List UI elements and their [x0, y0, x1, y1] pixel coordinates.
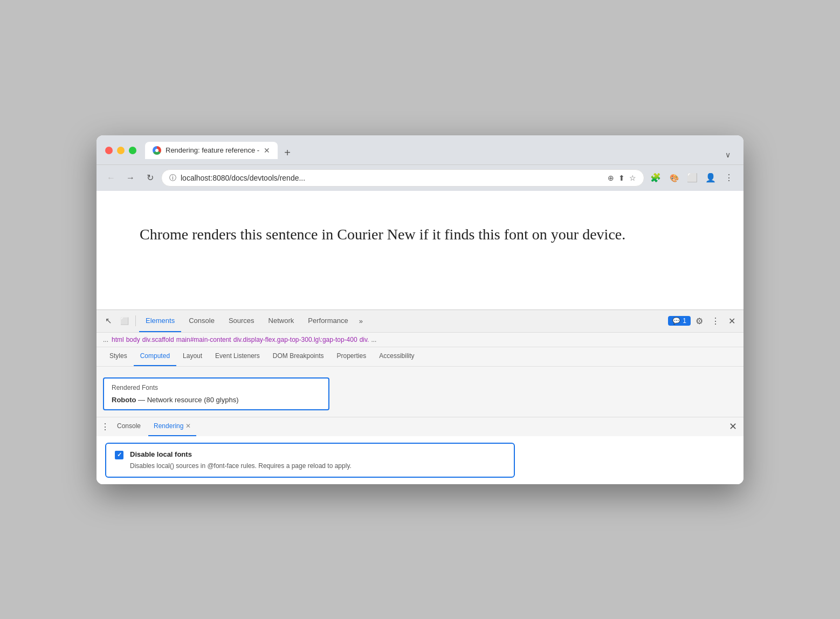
tab-layout[interactable]: Layout	[176, 347, 209, 366]
breadcrumb-div-scaffold[interactable]: div.scaffold	[142, 336, 174, 343]
extensions-icon: 🧩	[650, 173, 661, 183]
more-tabs-button[interactable]: »	[356, 317, 366, 325]
tab-bar: Rendering: feature reference - ✕ + ∨	[145, 142, 735, 159]
info-icon: ⓘ	[169, 173, 176, 183]
tab-accessibility[interactable]: Accessibility	[373, 347, 421, 366]
tab-sources[interactable]: Sources	[222, 310, 261, 332]
rendered-font-name: Roboto	[112, 396, 136, 404]
browser-menu-icon: ⋮	[725, 173, 733, 183]
tab-network[interactable]: Network	[262, 310, 301, 332]
more-tabs-icon: »	[359, 317, 363, 325]
tab-close-button[interactable]: ✕	[264, 146, 270, 155]
settings-icon: ⚙	[696, 316, 703, 326]
breadcrumb-overflow[interactable]: ...	[103, 336, 108, 343]
new-tab-button[interactable]: +	[280, 147, 295, 159]
breadcrumb-html[interactable]: html	[112, 336, 124, 343]
star-icon: ☆	[629, 174, 636, 182]
disable-local-fonts-checkbox[interactable]: ✓	[115, 451, 123, 459]
tab-performance-label: Performance	[308, 317, 348, 325]
notification-badge[interactable]: 💬 1	[668, 316, 691, 326]
tab-list-chevron-icon[interactable]: ∨	[721, 150, 735, 159]
breadcrumb-bar: ... html body div.scaffold main#main-con…	[97, 333, 743, 347]
disable-fonts-section: ✓ Disable local fonts Disables local() s…	[97, 436, 743, 484]
page-content: Chrome renders this sentence in Courier …	[97, 191, 743, 310]
active-tab[interactable]: Rendering: feature reference - ✕	[145, 142, 278, 159]
maximize-traffic-light[interactable]	[129, 147, 136, 154]
computed-panel-content: Rendered Fonts Roboto — Network resource…	[97, 367, 743, 417]
split-view-button[interactable]: ⬜	[684, 170, 700, 186]
extensions-button[interactable]: 🧩	[648, 170, 664, 186]
reload-button[interactable]: ↻	[142, 170, 158, 186]
split-view-icon: ⬜	[687, 173, 698, 183]
account-icon: 👤	[705, 173, 716, 183]
back-icon: ←	[107, 173, 115, 183]
bottom-menu-icon[interactable]: ⋮	[101, 422, 109, 432]
minimize-traffic-light[interactable]	[117, 147, 125, 154]
tab-elements[interactable]: Elements	[139, 310, 181, 332]
tab-styles[interactable]: Styles	[103, 347, 134, 366]
notification-count: 1	[683, 317, 686, 325]
devtools-menu-icon: ⋮	[711, 316, 720, 326]
tab-performance[interactable]: Performance	[301, 310, 354, 332]
devtools-panel: ↖ ⬜ Elements Console Sources Network Per…	[97, 310, 743, 484]
tab-console[interactable]: Console	[182, 310, 221, 332]
rendered-fonts-section: Rendered Fonts Roboto — Network resource…	[103, 377, 329, 410]
page-text: Chrome renders this sentence in Courier …	[140, 223, 700, 246]
disable-fonts-text: Disable local fonts Disables local() sou…	[130, 450, 505, 470]
address-bar[interactable]: ⓘ localhost:8080/docs/devtools/rende... …	[161, 169, 644, 187]
breadcrumb-main[interactable]: main#main-content	[176, 336, 231, 343]
zoom-icon: ⊕	[608, 174, 614, 182]
bottom-rendering-close[interactable]: ✕	[185, 422, 191, 430]
browser-window: Rendering: feature reference - ✕ + ∨ ← →…	[97, 135, 743, 484]
title-bar: Rendering: feature reference - ✕ + ∨	[97, 135, 743, 164]
tab-title: Rendering: feature reference -	[166, 146, 259, 154]
address-text: localhost:8080/docs/devtools/rende...	[181, 174, 603, 182]
forward-button[interactable]: →	[122, 170, 139, 186]
devtools-settings-button[interactable]: ⚙	[692, 313, 707, 328]
nav-bar: ← → ↻ ⓘ localhost:8080/docs/devtools/ren…	[97, 164, 743, 191]
close-traffic-light[interactable]	[105, 147, 113, 154]
notification-icon: 💬	[672, 317, 680, 325]
bottom-console-label: Console	[117, 422, 141, 430]
rendered-font-entry: Roboto — Network resource (80 glyphs)	[112, 396, 321, 404]
devtools-toolbar: ↖ ⬜ Elements Console Sources Network Per…	[97, 310, 743, 333]
breadcrumb-div-flex[interactable]: div.display-flex.gap-top-300.lg\:gap-top…	[233, 336, 357, 343]
back-button[interactable]: ←	[103, 170, 119, 186]
breadcrumb-body[interactable]: body	[126, 336, 140, 343]
account-button[interactable]: 👤	[703, 170, 719, 186]
bottom-close-button[interactable]: ✕	[726, 420, 739, 433]
tab-computed[interactable]: Computed	[134, 347, 176, 366]
inspect-element-button[interactable]: ↖	[101, 313, 116, 328]
rendered-fonts-title: Rendered Fonts	[112, 384, 321, 391]
breadcrumb-div-last[interactable]: div.	[360, 336, 369, 343]
inspect-icon: ↖	[105, 316, 112, 326]
breadcrumb-more[interactable]: ...	[371, 336, 376, 343]
tab-sources-label: Sources	[229, 317, 254, 325]
disable-fonts-description: Disables local() sources in @font-face r…	[130, 462, 352, 470]
chrome-logo-icon	[153, 146, 161, 155]
toolbar-divider	[135, 315, 136, 326]
paint-button[interactable]: 🎨	[666, 170, 682, 186]
bottom-bar: ⋮ Console Rendering ✕ ✕	[97, 417, 743, 436]
browser-menu-button[interactable]: ⋮	[721, 170, 737, 186]
reload-icon: ↻	[147, 173, 154, 183]
tab-network-label: Network	[268, 317, 294, 325]
nav-icons: 🧩 🎨 ⬜ 👤 ⋮	[648, 170, 737, 186]
close-icon: ✕	[728, 316, 735, 326]
bottom-tab-rendering[interactable]: Rendering ✕	[148, 417, 196, 436]
bottom-tab-console[interactable]: Console	[112, 417, 146, 436]
devtools-menu-button[interactable]: ⋮	[708, 313, 723, 328]
bottom-rendering-label: Rendering	[154, 422, 183, 430]
bottom-close-icon: ✕	[729, 421, 737, 432]
device-mode-button[interactable]: ⬜	[117, 313, 132, 328]
tab-console-label: Console	[189, 317, 215, 325]
forward-icon: →	[126, 173, 135, 183]
devtools-close-button[interactable]: ✕	[724, 313, 739, 328]
tab-event-listeners[interactable]: Event Listeners	[209, 347, 266, 366]
disable-local-fonts-box: ✓ Disable local fonts Disables local() s…	[105, 443, 515, 478]
tab-properties[interactable]: Properties	[331, 347, 373, 366]
tab-elements-label: Elements	[146, 317, 175, 325]
panel-tabs: Styles Computed Layout Event Listeners D…	[97, 347, 743, 367]
tab-dom-breakpoints[interactable]: DOM Breakpoints	[266, 347, 331, 366]
device-mode-icon: ⬜	[120, 317, 129, 325]
